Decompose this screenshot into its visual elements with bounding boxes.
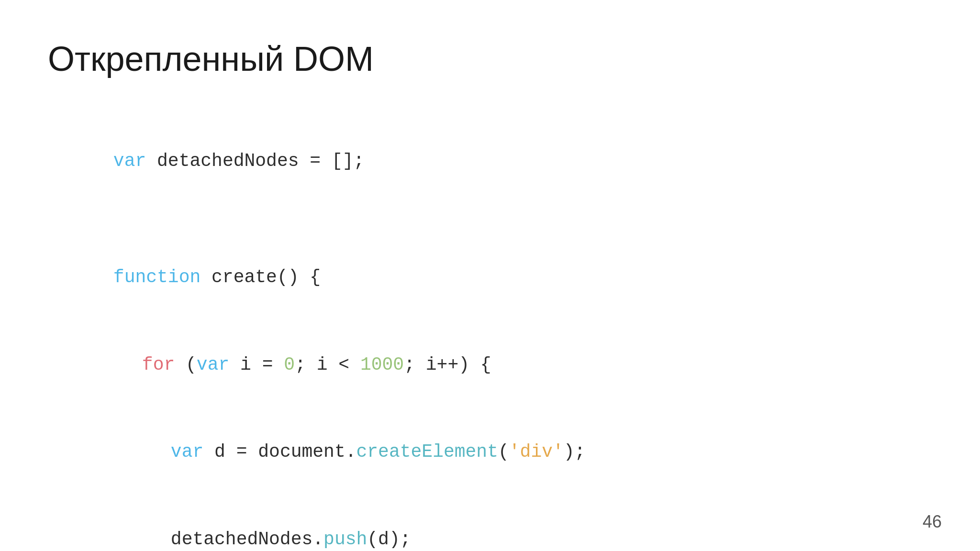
- keyword-function: function: [113, 267, 200, 287]
- string-div: 'div': [509, 441, 564, 462]
- code-line-6: detachedNodes.push(d);: [48, 496, 932, 551]
- fn-push: push: [323, 529, 367, 550]
- code-text-5c: );: [564, 441, 586, 462]
- keyword-var-1: var: [113, 151, 146, 171]
- number-0: 0: [284, 354, 295, 375]
- code-text-4c: ; i <: [295, 354, 360, 375]
- code-block: var detachedNodes = []; function create(…: [48, 118, 932, 551]
- code-text-6b: (d);: [367, 529, 411, 550]
- code-text-6a: detachedNodes.: [171, 529, 323, 550]
- number-1000: 1000: [360, 354, 404, 375]
- keyword-var-3: var: [171, 441, 203, 462]
- slide-container: Открепленный DOM var detachedNodes = [];…: [0, 0, 980, 551]
- fn-createElement: createElement: [356, 441, 498, 462]
- page-number: 46: [923, 512, 942, 532]
- code-line-3: function create() {: [48, 234, 932, 321]
- code-text-1: detachedNodes = [];: [146, 151, 364, 171]
- code-line-1: var detachedNodes = [];: [48, 118, 932, 205]
- code-text-5b: (: [498, 441, 509, 462]
- code-text-4a: (: [175, 354, 197, 375]
- slide-title: Открепленный DOM: [48, 38, 932, 79]
- code-text-4d: ; i++) {: [404, 354, 491, 375]
- code-line-5: var d = document.createElement('div');: [48, 408, 932, 496]
- code-text-3: create() {: [200, 267, 321, 287]
- code-text-4b: i =: [229, 354, 284, 375]
- code-line-4: for (var i = 0; i < 1000; i++) {: [48, 321, 932, 408]
- code-line-blank: [48, 205, 932, 234]
- code-text-5a: d = document.: [203, 441, 356, 462]
- keyword-for: for: [142, 354, 175, 375]
- keyword-var-2: var: [197, 354, 229, 375]
